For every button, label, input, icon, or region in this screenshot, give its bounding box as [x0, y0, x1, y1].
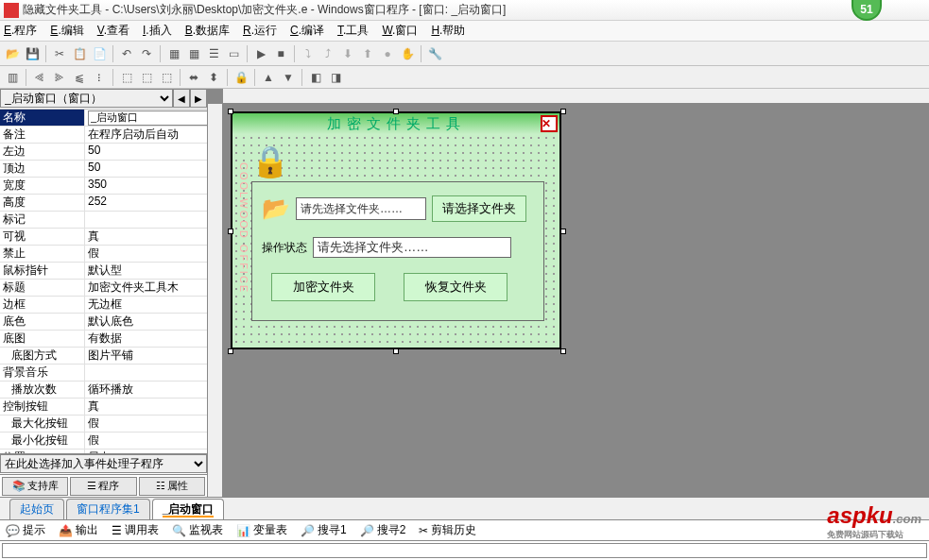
program-button[interactable]: ☰程序 [70, 477, 136, 496]
step-icon[interactable]: ⬆ [359, 45, 376, 62]
run-icon[interactable]: ▶ [252, 45, 269, 62]
order-icon[interactable]: ▼ [280, 69, 297, 86]
grid-icon[interactable]: ▦ [185, 45, 202, 62]
form-window[interactable]: 加密文件夹工具 ✕ COOLWOOD OFFICE 🔒 📂 请选择文件夹 操作状… [231, 111, 561, 349]
step-icon[interactable]: ⬇ [339, 45, 356, 62]
menu-database[interactable]: B.数据库 [185, 23, 230, 39]
output-tab[interactable]: 🔎 搜寻2 [360, 522, 406, 538]
object-selector[interactable]: _启动窗口（窗口） [0, 89, 173, 108]
copy-icon[interactable]: 📋 [71, 45, 88, 62]
step-icon[interactable]: ⤵ [300, 45, 317, 62]
property-row[interactable]: 标题加密文件夹工具木 [0, 280, 207, 297]
output-tab[interactable]: ☰ 调用表 [112, 522, 159, 538]
align-center-icon[interactable]: ⫸ [51, 69, 68, 86]
property-value-input[interactable] [88, 110, 207, 126]
selection-handle[interactable] [228, 348, 233, 354]
output-tab[interactable]: 🔎 搜寻1 [301, 522, 347, 538]
property-grid[interactable]: 名称…备注在程序启动后自动左边50顶边50宽度350高度252标记可视真禁止假鼠… [0, 110, 207, 453]
status-input[interactable] [313, 237, 511, 258]
dist-icon[interactable]: ⬚ [158, 69, 175, 86]
menu-edit[interactable]: E.编辑 [50, 23, 83, 39]
output-tab[interactable]: 💬 提示 [6, 522, 45, 538]
align-top-icon[interactable]: ⫶ [91, 69, 108, 86]
property-row[interactable]: 底图方式图片平铺 [0, 348, 207, 365]
dist-icon[interactable]: ⬚ [118, 69, 135, 86]
open-icon[interactable]: 📂 [4, 45, 21, 62]
menu-window[interactable]: W.窗口 [382, 23, 418, 39]
tool-icon[interactable]: 🔧 [426, 45, 443, 62]
close-icon[interactable]: ✕ [541, 115, 558, 132]
redo-icon[interactable]: ↷ [138, 45, 155, 62]
folder-path-input[interactable] [296, 197, 426, 220]
form-icon[interactable]: ▭ [225, 45, 242, 62]
stop-icon[interactable]: ■ [272, 45, 289, 62]
encrypt-button[interactable]: 加密文件夹 [271, 273, 375, 301]
document-tab[interactable]: 起始页 [9, 499, 64, 519]
document-tab[interactable]: _启动窗口 [152, 499, 225, 519]
selection-handle[interactable] [228, 109, 233, 114]
property-row[interactable]: 最大化按钮假 [0, 416, 207, 433]
selection-handle[interactable] [228, 229, 233, 234]
dist-icon[interactable]: ⬚ [138, 69, 155, 86]
menu-run[interactable]: R.运行 [243, 23, 277, 39]
property-row[interactable]: 宽度350 [0, 178, 207, 195]
hand-icon[interactable]: ✋ [399, 45, 416, 62]
selection-handle[interactable] [560, 109, 566, 114]
property-row[interactable]: 控制按钮真 [0, 399, 207, 416]
size-icon[interactable]: ⬍ [205, 69, 222, 86]
align-left-icon[interactable]: ⫷ [31, 69, 48, 86]
menu-view[interactable]: V.查看 [97, 23, 129, 39]
property-row[interactable]: 标记 [0, 212, 207, 229]
misc-icon[interactable]: ◧ [307, 69, 324, 86]
property-row[interactable]: 边框无边框 [0, 297, 207, 314]
selection-handle[interactable] [393, 109, 399, 114]
menu-help[interactable]: H.帮助 [431, 23, 465, 39]
browse-button[interactable]: 请选择文件夹 [432, 195, 526, 222]
property-row[interactable]: 顶边50 [0, 161, 207, 178]
output-textbox[interactable] [2, 543, 927, 558]
menu-insert[interactable]: I.插入 [143, 23, 172, 39]
output-tab[interactable]: 📊 变量表 [236, 522, 287, 538]
design-canvas[interactable]: 加密文件夹工具 ✕ COOLWOOD OFFICE 🔒 📂 请选择文件夹 操作状… [223, 104, 929, 497]
nav-next-icon[interactable]: ▶ [190, 89, 207, 108]
property-row[interactable]: 鼠标指针默认型 [0, 263, 207, 280]
document-tab[interactable]: 窗口程序集1 [66, 499, 150, 519]
property-row[interactable]: 底图有数据 [0, 331, 207, 348]
grid-icon[interactable]: ▦ [165, 45, 182, 62]
property-row[interactable]: 可视真 [0, 229, 207, 246]
align-icon[interactable]: ▥ [4, 69, 21, 86]
undo-icon[interactable]: ↶ [118, 45, 135, 62]
menu-tools[interactable]: T.工具 [337, 23, 369, 39]
property-row[interactable]: 左边50 [0, 144, 207, 161]
selection-handle[interactable] [393, 348, 399, 354]
restore-button[interactable]: 恢复文件夹 [404, 273, 508, 301]
property-row[interactable]: 禁止假 [0, 246, 207, 263]
support-lib-button[interactable]: 📚支持库 [2, 477, 68, 496]
property-row[interactable]: 播放次数循环播放 [0, 382, 207, 399]
menu-compile[interactable]: C.编译 [290, 23, 324, 39]
property-row[interactable]: 底色默认底色 [0, 314, 207, 331]
output-tab[interactable]: ✂ 剪辑历史 [419, 522, 476, 538]
nav-prev-icon[interactable]: ◀ [173, 89, 190, 108]
property-row[interactable]: 最小化按钮假 [0, 433, 207, 450]
paste-icon[interactable]: 📄 [91, 45, 108, 62]
selection-handle[interactable] [560, 348, 566, 354]
menu-program[interactable]: E.程序 [4, 23, 37, 39]
save-icon[interactable]: 💾 [24, 45, 41, 62]
property-row[interactable]: 备注在程序启动后自动 [0, 127, 207, 144]
event-selector[interactable]: 在此处选择加入事件处理子程序 [0, 454, 207, 473]
cut-icon[interactable]: ✂ [51, 45, 68, 62]
size-icon[interactable]: ⬌ [185, 69, 202, 86]
align-right-icon[interactable]: ⫹ [71, 69, 88, 86]
order-icon[interactable]: ▲ [260, 69, 277, 86]
output-tab[interactable]: 📤 输出 [59, 522, 98, 538]
step-icon[interactable]: ⤴ [319, 45, 336, 62]
selection-handle[interactable] [560, 229, 566, 234]
property-row[interactable]: 高度252 [0, 195, 207, 212]
output-tab[interactable]: 🔍 监视表 [172, 522, 223, 538]
property-row[interactable]: 背景音乐 [0, 365, 207, 382]
misc-icon[interactable]: ◨ [327, 69, 344, 86]
properties-button[interactable]: ☷属性 [139, 477, 205, 496]
property-row[interactable]: 名称… [0, 110, 207, 127]
breakpoint-icon[interactable]: ● [379, 45, 396, 62]
